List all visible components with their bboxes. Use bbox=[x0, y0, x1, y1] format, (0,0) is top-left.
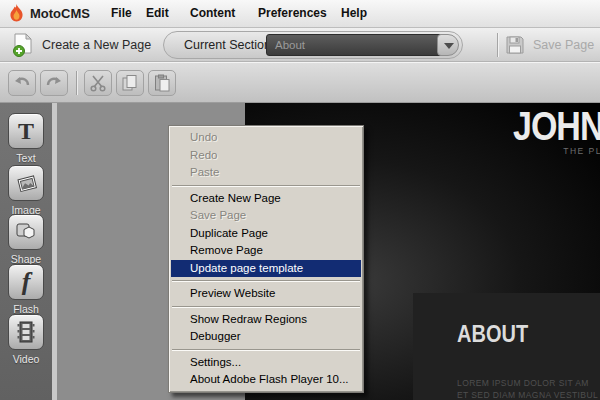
section-dropdown-button[interactable] bbox=[437, 34, 459, 56]
context-menu-item-undo[interactable]: Undo bbox=[171, 129, 361, 147]
main-toolbar: Create a New Page Current Section: About… bbox=[0, 28, 600, 62]
undo-button[interactable] bbox=[8, 70, 36, 96]
context-menu-item-settings[interactable]: Settings... bbox=[171, 354, 361, 372]
current-section-value: About bbox=[275, 39, 305, 51]
context-menu-item-preview-website[interactable]: Preview Website bbox=[171, 285, 361, 303]
shape-tool-icon bbox=[8, 214, 44, 250]
about-body-line2: ET SED DIAM MAGNA VESTIBUL bbox=[457, 389, 600, 400]
create-new-page-button[interactable]: Create a New Page bbox=[12, 31, 151, 59]
new-page-icon bbox=[12, 33, 34, 58]
redo-button[interactable] bbox=[40, 70, 68, 96]
context-menu-item-remove-page[interactable]: Remove Page bbox=[171, 242, 361, 260]
paste-icon bbox=[153, 74, 171, 92]
tool-text-label: Text bbox=[8, 152, 44, 164]
context-menu-separator bbox=[172, 306, 360, 308]
tool-image[interactable]: Image bbox=[8, 165, 44, 216]
image-tool-icon bbox=[8, 165, 44, 201]
current-section-dropdown[interactable]: About bbox=[266, 34, 442, 56]
text-tool-icon: T bbox=[8, 113, 44, 149]
context-menu-item-debugger[interactable]: Debugger bbox=[171, 328, 361, 346]
app-title: MotoCMS bbox=[30, 6, 90, 21]
about-body-line1: LOREM IPSUM DOLOR SIT AM bbox=[457, 377, 600, 389]
context-menu-separator bbox=[172, 349, 360, 351]
menu-content[interactable]: Content bbox=[184, 0, 241, 27]
menu-edit[interactable]: Edit bbox=[140, 0, 175, 27]
context-menu-item-update-page-template[interactable]: Update page template bbox=[171, 260, 361, 278]
current-section-label: Current Section: bbox=[184, 38, 274, 52]
edit-toolbar bbox=[0, 62, 600, 103]
menu-help[interactable]: Help bbox=[335, 0, 373, 27]
current-section-group: Current Section: About bbox=[163, 31, 463, 59]
save-page-button[interactable]: Save Page bbox=[505, 31, 594, 59]
menu-file[interactable]: File bbox=[105, 0, 138, 27]
redo-icon bbox=[45, 76, 63, 90]
context-menu-separator bbox=[172, 280, 360, 282]
undo-icon bbox=[13, 76, 31, 90]
app-brand: MotoCMS bbox=[8, 4, 90, 22]
copy-button[interactable] bbox=[116, 70, 144, 96]
menubar: MotoCMS File Edit Content Preferences He… bbox=[0, 0, 600, 28]
menu-preferences[interactable]: Preferences bbox=[252, 0, 333, 27]
tool-flash[interactable]: f Flash bbox=[8, 264, 44, 315]
context-menu-item-paste[interactable]: Paste bbox=[171, 164, 361, 182]
about-heading[interactable]: ABOUT bbox=[457, 321, 528, 347]
context-menu-item-about-flash-player[interactable]: About Adobe Flash Player 10... bbox=[171, 371, 361, 389]
context-menu-item-redo[interactable]: Redo bbox=[171, 147, 361, 165]
tools-sidebar: T Text Image Shape f Flash bbox=[0, 103, 52, 400]
context-menu-item-duplicate-page[interactable]: Duplicate Page bbox=[171, 225, 361, 243]
context-menu-item-show-redraw-regions[interactable]: Show Redraw Regions bbox=[171, 311, 361, 329]
scissors-icon bbox=[89, 74, 107, 92]
motocms-editor: { "app": { "brand": "MotoCMS" }, "menuba… bbox=[0, 0, 600, 400]
context-menu-item-save-page[interactable]: Save Page bbox=[171, 207, 361, 225]
context-menu-item-create-new-page[interactable]: Create New Page bbox=[171, 190, 361, 208]
tool-video-label: Video bbox=[8, 353, 44, 365]
about-body-text[interactable]: LOREM IPSUM DOLOR SIT AM ET SED DIAM MAG… bbox=[457, 377, 600, 400]
context-menu-separator bbox=[172, 185, 360, 187]
save-page-label: Save Page bbox=[533, 38, 594, 52]
tool-video[interactable]: Video bbox=[8, 314, 44, 365]
toolbar-separator bbox=[497, 33, 498, 57]
motocms-logo-icon bbox=[8, 4, 25, 22]
flash-tool-icon: f bbox=[8, 264, 44, 300]
video-tool-icon bbox=[8, 314, 44, 350]
tool-text[interactable]: T Text bbox=[8, 113, 44, 164]
site-subtitle-text[interactable]: THE PL bbox=[472, 146, 600, 156]
cut-button[interactable] bbox=[84, 70, 112, 96]
chevron-down-icon bbox=[444, 43, 454, 49]
save-icon bbox=[505, 35, 525, 55]
context-menu: Undo Redo Paste Create New Page Save Pag… bbox=[168, 125, 364, 393]
copy-icon bbox=[121, 74, 139, 92]
tool-shape[interactable]: Shape bbox=[8, 214, 44, 265]
edit-toolbar-separator bbox=[76, 71, 77, 95]
create-new-page-label: Create a New Page bbox=[42, 38, 151, 52]
paste-button[interactable] bbox=[148, 70, 176, 96]
about-section-panel[interactable]: ABOUT LOREM IPSUM DOLOR SIT AM ET SED DI… bbox=[413, 293, 600, 400]
